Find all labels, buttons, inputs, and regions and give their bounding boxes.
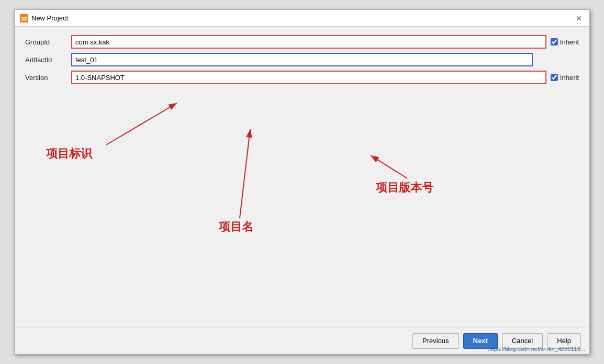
- close-button[interactable]: ✕: [574, 13, 584, 24]
- version-inherit-label: Inherit: [560, 74, 579, 82]
- svg-line-5: [240, 129, 250, 218]
- title-bar: New Project ✕: [15, 10, 589, 27]
- svg-rect-1: [21, 17, 27, 18]
- svg-line-4: [106, 103, 177, 145]
- groupid-inherit-checkbox[interactable]: [551, 38, 558, 46]
- groupid-row: GroupId Inherit: [25, 35, 579, 49]
- dialog-title: New Project: [31, 14, 68, 22]
- form-area: GroupId Inherit ArtifactId Version Inher…: [15, 27, 589, 88]
- artifactid-label: ArtifactId: [25, 56, 67, 64]
- version-row: Version Inherit: [25, 71, 579, 84]
- version-inherit-check[interactable]: Inherit: [551, 74, 579, 82]
- artifactid-row: ArtifactId: [25, 53, 579, 66]
- svg-line-6: [371, 155, 407, 178]
- app-icon: [20, 14, 28, 22]
- annotation-area: 项目标识 项目名 项目版本号: [25, 88, 579, 327]
- previous-button[interactable]: Previous: [412, 333, 459, 349]
- version-input[interactable]: [71, 71, 546, 84]
- groupid-inherit-check[interactable]: Inherit: [551, 38, 579, 46]
- new-project-dialog: New Project ✕ GroupId Inherit ArtifactId…: [14, 9, 590, 355]
- title-bar-left: New Project: [20, 14, 68, 22]
- version-inherit-checkbox[interactable]: [551, 74, 558, 81]
- version-label: Version: [25, 74, 67, 82]
- groupid-label: GroupId: [25, 38, 67, 46]
- annotation-arrows: [25, 88, 579, 327]
- annotation-project-version: 项目版本号: [376, 180, 433, 196]
- artifactid-input[interactable]: [71, 53, 533, 66]
- svg-rect-2: [21, 19, 27, 20]
- annotation-project-name: 项目名: [219, 219, 253, 235]
- annotation-project-id: 项目标识: [46, 146, 92, 162]
- groupid-inherit-label: Inherit: [560, 38, 579, 46]
- watermark-url: https://blog.csdn.net/w-rkn_4280113...: [487, 346, 585, 352]
- groupid-input[interactable]: [71, 35, 546, 49]
